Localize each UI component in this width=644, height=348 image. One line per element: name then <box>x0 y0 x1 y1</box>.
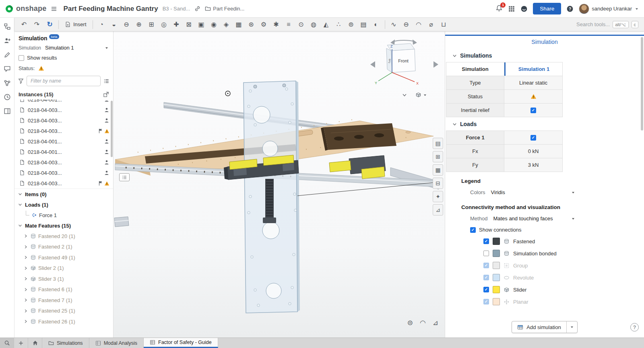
analysis-tool-icon[interactable]: ⌀ <box>425 19 438 30</box>
resource-center-icon[interactable] <box>520 5 528 12</box>
view-tool-icon[interactable]: ⊿ <box>433 319 438 327</box>
panel-tab-icon[interactable]: ✦ <box>433 191 443 202</box>
assembly-tool-icon[interactable]: ⊚ <box>345 19 357 30</box>
left-panel-scrollbar[interactable] <box>111 101 113 157</box>
analysis-tool-icon[interactable]: ∿ <box>388 19 400 30</box>
instance-row[interactable]: 0218-04-003... <box>14 126 113 136</box>
share-button[interactable]: Share <box>533 3 561 14</box>
panel-tab-icon[interactable]: ⊞ <box>433 151 443 162</box>
add-simulation-caret[interactable] <box>566 321 577 333</box>
assembly-tool-icon[interactable]: ⊛ <box>245 19 258 30</box>
type-value[interactable]: Linear static <box>504 76 563 89</box>
show-results-checkbox[interactable] <box>19 55 24 61</box>
assembly-tool-icon[interactable]: ∴ <box>332 19 345 30</box>
connections-icon[interactable] <box>2 77 13 88</box>
method-dropdown[interactable]: Method Mates and touching faces <box>445 213 578 224</box>
instance-row[interactable]: 0218-04-001... <box>14 136 113 147</box>
instance-row[interactable]: 0218-04-001... <box>14 147 113 157</box>
connection-checkbox[interactable] <box>483 299 489 304</box>
undo-icon[interactable]: ↶ <box>18 19 30 30</box>
assembly-tool-icon[interactable]: ✱ <box>270 19 283 30</box>
assembly-tool-icon[interactable]: ⚙ <box>258 19 270 30</box>
warning-icon[interactable] <box>38 65 44 71</box>
assembly-tool-icon[interactable]: ⊕ <box>133 19 145 30</box>
mate-feature-row[interactable]: Fastened 26 (1) <box>14 316 113 327</box>
user-menu[interactable]: sandeep Urankar <box>579 4 639 14</box>
structure-panel-icon[interactable] <box>2 21 13 32</box>
hamburger-menu-icon[interactable] <box>51 6 57 12</box>
assembly-tool-icon[interactable]: ◔ <box>95 19 108 30</box>
filter-input[interactable] <box>27 76 101 86</box>
view-tool-icon[interactable]: ⊜ <box>407 319 413 327</box>
markup-icon[interactable] <box>2 49 13 60</box>
instance-row[interactable]: 0218-04-003... <box>14 168 113 178</box>
connection-checkbox[interactable] <box>483 238 489 244</box>
right-panel-title[interactable]: Simulation <box>445 36 644 49</box>
mate-feature-row[interactable]: Fastened 7 (1) <box>14 295 113 306</box>
show-connections-checkbox[interactable] <box>470 227 476 233</box>
simulation-selector[interactable]: Simulation Simulation 1 <box>14 43 113 53</box>
mate-feature-row[interactable]: Fastened 20 (1) <box>14 231 113 242</box>
sim-col-value[interactable]: Simulation 1 <box>504 62 563 76</box>
search-tabs-button[interactable] <box>0 338 14 348</box>
connection-checkbox[interactable] <box>483 275 489 280</box>
notifications-button[interactable]: 1 <box>495 4 503 13</box>
folder-breadcrumb[interactable]: Part Feedin... <box>205 6 244 12</box>
assembly-tool-icon[interactable]: ◉ <box>208 19 220 30</box>
document-tab[interactable]: Modal Analysis <box>89 338 144 348</box>
panels-icon[interactable] <box>2 106 13 116</box>
assembly-tool-icon[interactable]: ◭ <box>320 19 332 30</box>
rotate-arrow[interactable] <box>392 40 415 42</box>
insert-into-group-icon[interactable] <box>103 91 109 97</box>
assembly-tool-icon[interactable]: ◒ <box>108 19 120 30</box>
mate-feature-row[interactable]: Slider 2 (1) <box>14 263 113 274</box>
force-item[interactable]: Force 1 <box>14 210 113 220</box>
sync-update-icon[interactable]: ↻ <box>43 19 56 30</box>
chevron-down-icon[interactable] <box>402 92 407 98</box>
chevron-right-icon[interactable] <box>23 276 28 281</box>
redo-icon[interactable]: ↷ <box>31 19 43 30</box>
collaborators-icon[interactable] <box>2 35 13 46</box>
assembly-tool-icon[interactable]: ⊞ <box>145 19 158 30</box>
mate-feature-row[interactable]: Fastened 25 (1) <box>14 306 113 317</box>
panel-tab-icon[interactable]: ▤ <box>433 138 443 149</box>
mate-feature-row[interactable]: Fastened 49 (1) <box>14 252 113 263</box>
filter-funnel-icon[interactable] <box>18 78 24 84</box>
chevron-right-icon[interactable] <box>23 255 28 260</box>
chevron-right-icon[interactable] <box>23 266 28 271</box>
mate-feature-row[interactable]: Fastened 2 (1) <box>14 242 113 253</box>
loads-section-header[interactable]: Loads (1) <box>14 199 113 210</box>
assembly-tool-icon[interactable]: ◎ <box>158 19 170 30</box>
panel-tab-icon[interactable]: ▦ <box>433 164 443 176</box>
colors-dropdown[interactable]: Colors Viridis <box>445 186 578 198</box>
3d-viewport[interactable]: Front Left Z Y X <box>114 31 445 338</box>
chevron-right-icon[interactable] <box>23 244 28 249</box>
assembly-tool-icon[interactable]: ⊖ <box>120 19 133 30</box>
chevron-right-icon[interactable] <box>23 309 28 313</box>
view-tool-icon[interactable]: ◠ <box>420 319 426 327</box>
rail-stub[interactable] <box>114 217 129 227</box>
rotate-right-arrow[interactable] <box>433 61 438 68</box>
instances-header[interactable]: Instances (15) <box>14 89 113 99</box>
insert-button[interactable]: Insert <box>61 19 90 30</box>
search-tools[interactable]: Search tools... alt/⌥ c <box>576 21 641 28</box>
apps-grid-icon[interactable] <box>508 5 515 12</box>
mate-feature-row[interactable]: Slider 3 (1) <box>14 273 113 284</box>
simulations-section-header[interactable]: Simulations <box>445 49 644 62</box>
instance-row[interactable]: 0218-04-003... <box>14 178 113 188</box>
fy-value[interactable]: 3 kN <box>504 158 563 172</box>
show-results-row[interactable]: Show results <box>14 53 113 63</box>
onshape-logo[interactable]: onshape <box>5 4 46 13</box>
connection-checkbox[interactable] <box>483 251 489 256</box>
assembly-tool-icon[interactable]: ◍ <box>308 19 320 30</box>
connection-checkbox[interactable] <box>483 263 489 268</box>
analysis-tool-icon[interactable]: ◠ <box>413 19 425 30</box>
history-icon[interactable] <box>2 91 13 102</box>
assembly-tool-icon[interactable]: ◐ <box>370 19 382 30</box>
version-label[interactable]: B3 - Sand... <box>163 6 190 12</box>
analysis-tool-icon[interactable]: ⊖ <box>400 19 413 30</box>
comments-icon[interactable] <box>2 63 13 74</box>
document-tab[interactable]: Factor of Safety - Guide <box>144 338 218 348</box>
chevron-right-icon[interactable] <box>23 234 28 238</box>
right-panel-scrollbar[interactable] <box>641 37 643 130</box>
